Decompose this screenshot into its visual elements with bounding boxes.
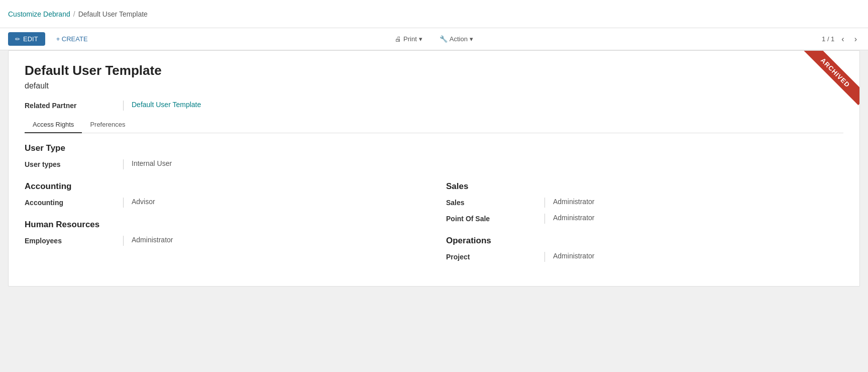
- accounting-label: Accounting: [25, 198, 115, 207]
- print-icon: 🖨: [395, 35, 401, 43]
- related-partner-label: Related Partner: [25, 101, 115, 110]
- employees-label: Employees: [25, 236, 115, 245]
- operations-title: Operations: [446, 236, 843, 246]
- field-separator: [123, 159, 124, 169]
- tab-preferences[interactable]: Preferences: [82, 117, 133, 133]
- breadcrumb-bar: Customize Debrand / Default User Templat…: [0, 0, 868, 28]
- field-separator: [123, 101, 124, 111]
- point-of-sale-value: Administrator: [553, 214, 594, 222]
- pencil-icon: [15, 35, 20, 43]
- breadcrumb-separator: /: [73, 10, 75, 18]
- tab-access-rights[interactable]: Access Rights: [25, 117, 82, 133]
- user-type-title: User Type: [25, 143, 843, 153]
- field-separator: [545, 198, 545, 208]
- accounting-row: Accounting Advisor: [25, 198, 422, 208]
- human-resources-section: Human Resources Employees Administrator: [25, 220, 422, 246]
- action-button[interactable]: 🔧 Action ▾: [433, 32, 480, 46]
- user-types-row: User types Internal User: [25, 159, 843, 169]
- user-type-section: User Type User types Internal User: [25, 143, 843, 169]
- sales-section: Sales Sales Administrator Point Of Sale …: [446, 181, 843, 274]
- page-subtitle: default: [25, 81, 843, 90]
- create-button[interactable]: + CREATE: [49, 32, 95, 46]
- field-separator: [123, 198, 124, 208]
- field-separator: [545, 214, 545, 224]
- project-value: Administrator: [553, 252, 594, 260]
- field-separator: [545, 252, 545, 262]
- content-wrapper: ARCHIVED Default User Template default R…: [0, 50, 868, 366]
- point-of-sale-label: Point Of Sale: [446, 214, 536, 223]
- breadcrumb-parent[interactable]: Customize Debrand: [8, 10, 70, 18]
- accounting-section: Accounting Accounting Advisor Human Reso…: [25, 181, 422, 274]
- two-col-sections: Accounting Accounting Advisor Human Reso…: [25, 181, 843, 274]
- human-resources-title: Human Resources: [25, 220, 422, 230]
- related-partner-row: Related Partner Default User Template: [25, 101, 843, 111]
- accounting-title: Accounting: [25, 181, 422, 192]
- employees-row: Employees Administrator: [25, 236, 422, 246]
- print-button[interactable]: 🖨 Print ▾: [388, 32, 429, 46]
- project-label: Project: [446, 252, 536, 261]
- print-caret-icon: ▾: [419, 35, 422, 43]
- edit-button[interactable]: EDIT: [8, 32, 45, 46]
- accounting-value: Advisor: [132, 198, 155, 206]
- sales-block: Sales Sales Administrator Point Of Sale …: [446, 181, 843, 224]
- tabs: Access Rights Preferences: [25, 117, 843, 133]
- operations-section: Operations Project Administrator: [446, 236, 843, 262]
- toolbar-center-actions: 🖨 Print ▾ 🔧 Action ▾: [388, 32, 480, 46]
- pagination-text: 1 / 1: [822, 35, 834, 43]
- toolbar: EDIT + CREATE 🖨 Print ▾ 🔧 Action ▾ 1 / 1…: [0, 28, 868, 50]
- breadcrumb: Customize Debrand / Default User Templat…: [8, 10, 148, 18]
- action-caret-icon: ▾: [470, 35, 473, 43]
- user-types-value: Internal User: [132, 159, 172, 167]
- related-partner-value[interactable]: Default User Template: [132, 101, 201, 109]
- accounting-block: Accounting Accounting Advisor: [25, 181, 422, 208]
- user-types-label: User types: [25, 159, 115, 168]
- sales-label: Sales: [446, 198, 536, 207]
- record-card: ARCHIVED Default User Template default R…: [8, 50, 860, 287]
- sales-value: Administrator: [553, 198, 594, 206]
- sales-row: Sales Administrator: [446, 198, 843, 208]
- next-button[interactable]: ›: [851, 33, 860, 46]
- field-separator: [123, 236, 124, 246]
- project-row: Project Administrator: [446, 252, 843, 262]
- wrench-icon: 🔧: [440, 35, 448, 43]
- prev-button[interactable]: ‹: [838, 33, 847, 46]
- employees-value: Administrator: [132, 236, 173, 244]
- point-of-sale-row: Point Of Sale Administrator: [446, 214, 843, 224]
- page-title: Default User Template: [25, 63, 843, 78]
- sales-title: Sales: [446, 181, 843, 192]
- pagination-controls: 1 / 1 ‹ ›: [822, 33, 860, 46]
- breadcrumb-current: Default User Template: [78, 10, 148, 18]
